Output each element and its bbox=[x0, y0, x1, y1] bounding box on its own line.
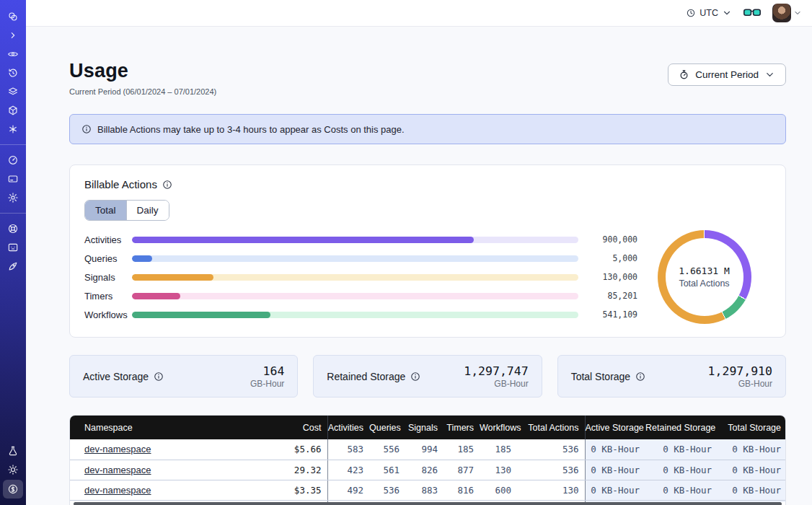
sidebar-item-chevron-right[interactable] bbox=[4, 27, 22, 44]
column-header-total_actions[interactable]: Total Actions bbox=[517, 416, 585, 439]
column-header-activities[interactable]: Activities bbox=[327, 416, 369, 439]
sidebar-item-history-clock[interactable] bbox=[4, 64, 22, 82]
sidebar-item-temporal-logo[interactable] bbox=[4, 8, 22, 25]
column-header-signals[interactable]: Signals bbox=[405, 416, 443, 439]
column-header-workflows[interactable]: Workflows bbox=[480, 416, 517, 439]
cell-active_storage: 0 KB-Hour bbox=[585, 480, 645, 500]
info-icon[interactable] bbox=[154, 372, 164, 382]
sidebar-item-eye[interactable] bbox=[4, 45, 22, 63]
cell-activities: 583 bbox=[327, 439, 369, 460]
cell-signals: 883 bbox=[405, 480, 443, 500]
period-dropdown-button[interactable]: Current Period bbox=[668, 63, 786, 86]
dollar-coin-icon bbox=[7, 483, 19, 495]
total-storage-card: Total Storage1,297,910GB-Hour bbox=[557, 355, 786, 398]
cube-icon bbox=[7, 105, 19, 116]
bar-track bbox=[132, 255, 578, 262]
stopwatch-icon bbox=[679, 69, 689, 80]
sidebar-item-terminal[interactable] bbox=[4, 239, 22, 256]
sidebar-item-layers[interactable] bbox=[4, 83, 22, 100]
cell-cost: 29.32 bbox=[250, 460, 327, 480]
storage-unit: GB-Hour bbox=[464, 379, 528, 389]
sidebar-item-sun[interactable] bbox=[4, 461, 22, 478]
table-row: dev-namespace$5.665835569941851855360 KB… bbox=[70, 439, 786, 460]
cell-namespace: dev-namespace bbox=[70, 480, 250, 500]
namespace-link[interactable]: dev-namespace bbox=[84, 465, 151, 475]
chevron-down-icon bbox=[764, 69, 775, 80]
bar-fill bbox=[132, 274, 213, 281]
bar-label: Activities bbox=[84, 234, 132, 245]
sidebar-item-credit-card[interactable] bbox=[4, 170, 22, 188]
cell-queries: 561 bbox=[369, 460, 405, 480]
bar-value: 541,109 bbox=[578, 309, 637, 320]
info-icon bbox=[81, 124, 92, 134]
storage-label: Retained Storage bbox=[327, 371, 420, 382]
donut-total-value: 1.66131 M bbox=[679, 265, 729, 276]
rocket-icon bbox=[7, 260, 19, 272]
info-banner: Billable Actions may take up to 3-4 hour… bbox=[69, 114, 786, 144]
column-header-retained_storage[interactable]: Retained Storage bbox=[645, 416, 718, 439]
cell-workflows: 600 bbox=[480, 480, 517, 500]
column-header-active_storage[interactable]: Active Storage bbox=[585, 416, 645, 439]
column-header-timers[interactable]: Timers bbox=[443, 416, 480, 439]
sidebar-item-cube[interactable] bbox=[4, 102, 22, 119]
bar-label: Signals bbox=[84, 272, 132, 283]
timezone-selector[interactable]: UTC bbox=[686, 8, 732, 18]
column-header-cost[interactable]: Cost bbox=[250, 416, 327, 439]
cell-namespace: dev-namespace bbox=[70, 460, 250, 480]
column-header-queries[interactable]: Queries bbox=[369, 416, 405, 439]
sidebar-item-rocket[interactable] bbox=[4, 258, 22, 275]
flask-icon bbox=[7, 445, 19, 457]
chevron-down-icon bbox=[793, 9, 802, 17]
sidebar-item-lifebuoy[interactable] bbox=[4, 220, 22, 237]
bar-label: Workflows bbox=[84, 309, 132, 320]
cell-workflows: 130 bbox=[480, 460, 517, 480]
sidebar-item-gear[interactable] bbox=[4, 189, 22, 206]
tab-total[interactable]: Total bbox=[85, 201, 127, 220]
main-content: Usage Current Period (06/01/2024 – 07/01… bbox=[26, 0, 812, 505]
column-header-namespace[interactable]: Namespace bbox=[70, 416, 250, 439]
namespace-link[interactable]: dev-namespace bbox=[84, 485, 151, 496]
page-title: Usage bbox=[69, 60, 216, 82]
sidebar-item-gauge[interactable] bbox=[4, 152, 22, 169]
bar-fill bbox=[132, 237, 474, 243]
cell-queries: 536 bbox=[369, 480, 405, 500]
horizontal-scrollbar[interactable] bbox=[74, 502, 782, 505]
sidebar-item-dollar-coin[interactable] bbox=[3, 480, 23, 499]
namespace-usage-table: NamespaceCostActivitiesQueriesSignalsTim… bbox=[70, 416, 786, 502]
gear-icon bbox=[7, 192, 19, 203]
retained-storage-card: Retained Storage1,297,747GB-Hour bbox=[313, 355, 542, 398]
column-header-total_storage[interactable]: Total Storage bbox=[718, 416, 786, 439]
user-menu[interactable] bbox=[772, 4, 802, 22]
glasses-icon[interactable] bbox=[743, 7, 761, 19]
bar-label: Timers bbox=[84, 291, 132, 302]
cell-retained_storage: 0 KB-Hour bbox=[645, 439, 718, 460]
namespace-link[interactable]: dev-namespace bbox=[84, 444, 151, 454]
sidebar-item-flask[interactable] bbox=[4, 442, 22, 460]
info-icon[interactable] bbox=[635, 372, 645, 382]
billable-actions-card: Billable Actions TotalDaily Activities90… bbox=[69, 164, 786, 338]
total-actions-donut-chart: 1.66131 M Total Actions bbox=[658, 230, 751, 324]
sidebar-item-asterisk[interactable] bbox=[4, 120, 22, 138]
storage-value: 164 bbox=[250, 364, 284, 378]
table-header-row: NamespaceCostActivitiesQueriesSignalsTim… bbox=[70, 416, 786, 439]
avatar[interactable] bbox=[772, 4, 791, 22]
bar-value: 5,000 bbox=[578, 253, 637, 263]
cell-activities: 423 bbox=[327, 460, 369, 480]
layers-icon bbox=[7, 86, 19, 97]
bar-label: Queries bbox=[84, 253, 132, 264]
bar-track bbox=[132, 237, 578, 243]
namespace-usage-table-card: NamespaceCostActivitiesQueriesSignalsTim… bbox=[69, 415, 786, 505]
bar-value: 85,201 bbox=[578, 291, 637, 301]
sidebar-divider bbox=[0, 144, 26, 145]
cell-active_storage: 0 KB-Hour bbox=[585, 439, 645, 460]
cell-timers: 877 bbox=[443, 460, 480, 480]
cell-active_storage: 0 KB-Hour bbox=[585, 460, 645, 480]
bar-value: 130,000 bbox=[578, 272, 637, 282]
info-icon[interactable] bbox=[410, 372, 420, 382]
bar-row-activities: Activities900,000 bbox=[84, 230, 637, 249]
tab-daily[interactable]: Daily bbox=[127, 201, 169, 220]
info-icon[interactable] bbox=[162, 180, 172, 190]
bar-fill bbox=[132, 255, 152, 262]
storage-value: 1,297,747 bbox=[464, 364, 528, 378]
storage-unit: GB-Hour bbox=[708, 379, 772, 389]
